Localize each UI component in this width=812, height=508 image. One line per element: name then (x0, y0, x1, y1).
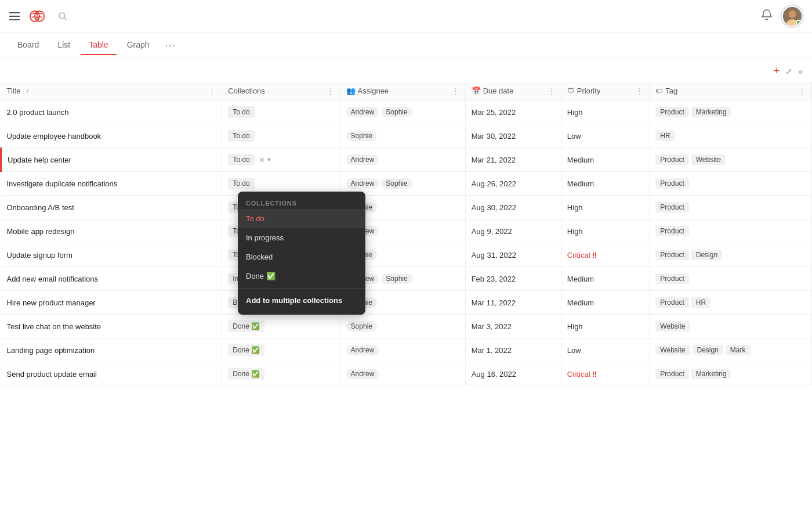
critical-icon: ‼ (592, 370, 597, 379)
row-collection[interactable]: To do✕▾ (222, 148, 340, 172)
collection-clear-btn[interactable]: ✕ (259, 156, 265, 164)
collections-col-menu[interactable]: ⋮ (327, 87, 334, 95)
brain-icon (29, 9, 45, 23)
search-bar[interactable] (58, 12, 72, 21)
assignee-pill[interactable]: Andrew (346, 369, 379, 379)
tag-pill: Product (655, 297, 688, 308)
hamburger-menu[interactable] (9, 12, 20, 20)
notification-bell[interactable] (761, 9, 773, 23)
row-tags: ProductDesign (650, 243, 812, 267)
row-title[interactable]: Onboarding A/B test (1, 196, 222, 219)
assignee-pill[interactable]: Andrew (346, 107, 379, 117)
row-title[interactable]: Update help center (1, 148, 222, 172)
add-project-btn[interactable]: + (774, 65, 780, 77)
dropdown-item-multiple[interactable]: Add to multiple collections (238, 291, 365, 310)
expand-btn[interactable]: ⤢ (785, 67, 792, 76)
row-priority: Medium (561, 291, 650, 315)
row-due-date: Mar 25, 2022 (465, 100, 561, 124)
assignee-pill[interactable]: Sophie (381, 107, 412, 117)
row-assignee: Andrew (340, 338, 465, 362)
row-title[interactable]: Landing page optimization (1, 338, 222, 362)
table-wrapper: Title + ⋮ Collections ↑ ⋮ 👥 Assigne (0, 82, 812, 386)
table-row: Landing page optimizationDone ✅AndrewMar… (1, 338, 812, 362)
row-due-date: Aug 16, 2022 (465, 362, 561, 386)
tag-col-menu[interactable]: ⋮ (798, 87, 806, 95)
assignee-pill[interactable]: Andrew (346, 154, 379, 165)
tab-table[interactable]: Table (81, 35, 116, 55)
due-date-col-menu[interactable]: ⋮ (548, 87, 555, 95)
row-tags: ProductWebsite (650, 148, 812, 172)
row-collection[interactable]: Done ✅ (222, 315, 340, 338)
assignee-pill[interactable]: Andrew (346, 178, 379, 189)
tag-pill: Product (655, 178, 688, 189)
assignee-col-menu[interactable]: ⋮ (452, 87, 459, 95)
row-title[interactable]: Investigate duplicate notifications (1, 172, 222, 196)
row-title[interactable]: Update signup form (1, 243, 222, 267)
table-row: Update signup formTo doSophieAug 31, 202… (1, 243, 812, 267)
add-col-btn[interactable]: + (23, 87, 32, 95)
row-priority: Medium (561, 267, 650, 291)
collection-chevron-btn[interactable]: ▾ (267, 156, 271, 164)
col-tag: 🏷 Tag ⋮ (650, 82, 812, 100)
row-priority: Critical ‼ (561, 362, 650, 386)
row-title[interactable]: 2.0 product launch (1, 100, 222, 124)
row-tags: HR (650, 124, 812, 148)
title-col-menu[interactable]: ⋮ (208, 87, 216, 95)
table-row: 2.0 product launchTo doAndrewSophieMar 2… (1, 100, 812, 124)
tab-board[interactable]: Board (9, 35, 47, 55)
online-indicator (796, 20, 802, 26)
table-row: Update employee handbookTo doSophieMar 3… (1, 124, 812, 148)
row-due-date: Mar 3, 2022 (465, 315, 561, 338)
table-row: Onboarding A/B testTo doSophieAug 30, 20… (1, 196, 812, 219)
row-priority: Medium (561, 172, 650, 196)
row-priority: High (561, 100, 650, 124)
row-collection[interactable]: Done ✅ (222, 362, 340, 386)
priority-label: Critical (567, 251, 590, 260)
row-due-date: Mar 21, 2022 (465, 148, 561, 172)
more-options-btn[interactable]: ⋯ (160, 37, 180, 54)
assignee-pill[interactable]: Andrew (346, 345, 379, 355)
assignee-pill[interactable]: Sophie (346, 321, 377, 332)
tag-pill: Product (655, 369, 688, 379)
table-row: Add new email notificationsIn progressAn… (1, 267, 812, 291)
row-due-date: Aug 9, 2022 (465, 219, 561, 243)
row-priority: High (561, 196, 650, 219)
row-title[interactable]: Hire new product manager (1, 291, 222, 315)
projects-table: Title + ⋮ Collections ↑ ⋮ 👥 Assigne (0, 82, 812, 386)
tag-pill: Marketing (691, 369, 731, 379)
title-col-label: Title (7, 87, 21, 95)
row-tags: Product (650, 172, 812, 196)
row-title[interactable]: Update employee handbook (1, 124, 222, 148)
row-title[interactable]: Test live chat on the website (1, 315, 222, 338)
tab-graph[interactable]: Graph (119, 35, 158, 55)
row-title[interactable]: Mobile app redesign (1, 219, 222, 243)
dropdown-item-inprogress[interactable]: In progress (238, 228, 365, 247)
assignee-pill[interactable]: Sophie (381, 178, 412, 189)
due-date-col-label: Due date (483, 87, 514, 95)
col-assignee: 👥 Assignee ⋮ (340, 82, 465, 100)
collapse-btn[interactable]: « (798, 67, 803, 76)
top-nav (0, 0, 812, 33)
tag-pill: Product (655, 107, 688, 117)
tag-pill: Website (655, 345, 690, 355)
assignee-pill[interactable]: Sophie (381, 273, 412, 284)
table-row: Mobile app redesignTo doAndrewAug 9, 202… (1, 219, 812, 243)
row-collection[interactable]: To do (222, 100, 340, 124)
row-title[interactable]: Add new email notifications (1, 267, 222, 291)
dropdown-item-done[interactable]: Done ✅ (238, 266, 365, 286)
collections-sort[interactable]: ↑ (267, 88, 271, 95)
user-avatar[interactable] (782, 6, 803, 27)
priority-col-menu[interactable]: ⋮ (636, 87, 643, 95)
projects-actions: + ⤢ « (774, 65, 803, 77)
row-collection[interactable]: To do (222, 124, 340, 148)
assignee-col-label: Assignee (358, 87, 389, 95)
col-title: Title + ⋮ (1, 82, 222, 100)
tab-list[interactable]: List (49, 35, 78, 55)
row-title[interactable]: Send product update email (1, 362, 222, 386)
tag-pill: Product (655, 226, 688, 236)
assignee-pill[interactable]: Sophie (346, 131, 377, 141)
dropdown-item-todo[interactable]: To do (238, 209, 365, 228)
tag-pill: Design (693, 345, 723, 355)
row-collection[interactable]: Done ✅ (222, 338, 340, 362)
dropdown-item-blocked[interactable]: Blocked (238, 247, 365, 266)
